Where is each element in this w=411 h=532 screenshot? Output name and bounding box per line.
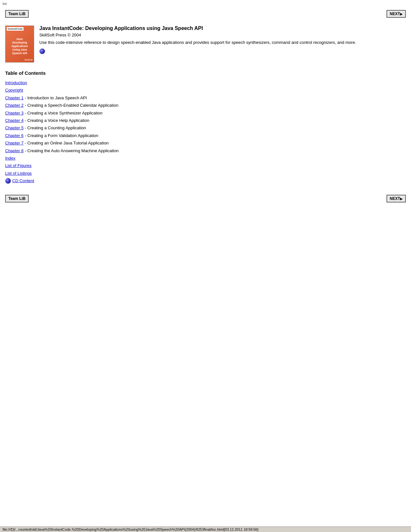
team-lib-button-top[interactable]: Team LiB [5, 10, 29, 18]
toc-item-chapter7: Chapter 7 - Creating an Online Java Tuto… [5, 139, 406, 147]
book-section: InstantCode Java:DevelopingApplicationsU… [0, 20, 411, 68]
toc-link-cd[interactable]: CD Content [12, 177, 34, 184]
toc-item-chapter3: Chapter 3 - Creating a Voice Synthesizer… [5, 109, 406, 117]
toc-list: Introduction Copyright Chapter 1 - Intro… [5, 79, 406, 184]
toc-heading: Table of Contents [5, 70, 406, 76]
toc-desc-chapter7: - Creating an Online Java Tutorial Appli… [24, 141, 109, 145]
toc-desc-chapter8: - Creating the Auto Answering Machine Ap… [24, 148, 119, 153]
toc-link-chapter5[interactable]: Chapter 5 [5, 125, 24, 130]
toc-link-chapter1[interactable]: Chapter 1 [5, 95, 24, 100]
cd-icon-toc [5, 178, 11, 184]
book-title: Java InstantCode: Developing Application… [39, 25, 406, 31]
page-label: toc [0, 0, 411, 7]
toc-item-listings: List of Listings [5, 170, 406, 177]
toc-link-chapter6[interactable]: Chapter 6 [5, 133, 24, 138]
toc-item-chapter1: Chapter 1 - Introduction to Java Speech … [5, 94, 406, 102]
toc-link-introduction[interactable]: Introduction [5, 80, 27, 85]
toc-item-chapter6: Chapter 6 - Creating a Form Validation A… [5, 132, 406, 139]
toc-item-introduction: Introduction [5, 79, 406, 86]
toc-desc-chapter2: - Creating a Speech-Enabled Calendar App… [24, 103, 118, 108]
toc-link-chapter3[interactable]: Chapter 3 [5, 111, 24, 115]
status-bar: file:///D|/...nsorted/old/Java%20Instant… [0, 527, 411, 532]
toc-link-figures[interactable]: List of Figures [5, 163, 32, 168]
book-cover-logo: InstantCode [7, 27, 24, 31]
toc-item-chapter5: Chapter 5 - Creating a Counting Applicat… [5, 124, 406, 132]
publisher-name: SkillSoft Press [39, 33, 66, 37]
cd-icon-top [39, 48, 406, 54]
toc-section: Table of Contents Introduction Copyright… [0, 68, 411, 187]
publisher-year: © 2004 [67, 33, 81, 37]
toc-link-chapter7[interactable]: Chapter 7 [5, 141, 24, 145]
team-lib-button-bottom[interactable]: Team LiB [5, 195, 29, 202]
toc-desc-chapter3: - Creating a Voice Synthesizer Applicati… [24, 111, 103, 115]
bottom-nav: Team LiB NEXT [0, 192, 411, 205]
toc-item-index: Index [5, 154, 406, 162]
toc-link-chapter8[interactable]: Chapter 8 [5, 148, 24, 153]
book-description: Use this code-intensive reference to des… [39, 39, 406, 46]
top-nav: Team LiB NEXT [0, 7, 411, 20]
toc-desc-chapter1: - Introduction to Java Speech API [24, 95, 87, 100]
toc-link-copyright[interactable]: Copyright [5, 88, 23, 93]
next-button-top[interactable]: NEXT [387, 10, 406, 18]
toc-link-chapter4[interactable]: Chapter 4 [5, 118, 24, 123]
book-cover-brand: SkillSoft [24, 59, 33, 61]
toc-item-chapter8: Chapter 8 - Creating the Auto Answering … [5, 147, 406, 154]
cd-content-row: CD Content [5, 177, 406, 184]
toc-item-chapter2: Chapter 2 - Creating a Speech-Enabled Ca… [5, 102, 406, 109]
book-cover: InstantCode Java:DevelopingApplicationsU… [5, 25, 34, 63]
toc-desc-chapter6: - Creating a Form Validation Application [24, 133, 98, 138]
next-button-bottom[interactable]: NEXT [387, 195, 406, 202]
toc-desc-chapter4: - Creating a Voice Help Application [24, 118, 89, 123]
book-cover-text: Java:DevelopingApplicationsUsing JavaSpe… [11, 37, 28, 55]
toc-item-figures: List of Figures [5, 162, 406, 169]
toc-desc-chapter5: - Creating a Counting Application [24, 125, 86, 130]
toc-link-listings[interactable]: List of Listings [5, 171, 32, 176]
toc-item-cd: CD Content [5, 177, 406, 184]
book-info: Java InstantCode: Developing Application… [39, 25, 406, 54]
toc-link-index[interactable]: Index [5, 156, 15, 161]
toc-link-chapter2[interactable]: Chapter 2 [5, 103, 24, 108]
book-publisher: SkillSoft Press © 2004 [39, 33, 406, 37]
toc-item-copyright: Copyright [5, 86, 406, 94]
cd-icon [39, 48, 45, 54]
toc-item-chapter4: Chapter 4 - Creating a Voice Help Applic… [5, 117, 406, 124]
